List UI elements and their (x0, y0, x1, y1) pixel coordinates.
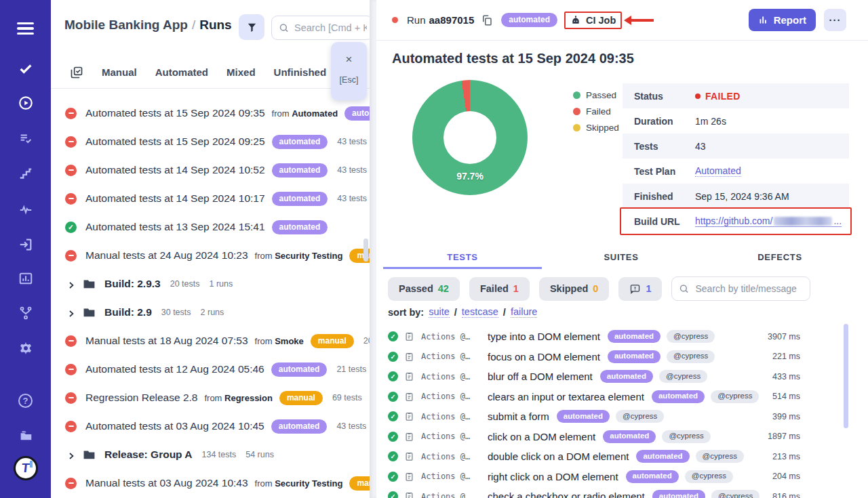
test-result-row[interactable]: Actions @… focus on a DOM element automa… (388, 347, 800, 367)
group-title[interactable]: Build: 2.9 (104, 306, 152, 318)
run-list-item[interactable]: Automated tests at 12 Aug 2024 05:46 aut… (51, 355, 370, 383)
report-button[interactable]: Report (749, 9, 816, 31)
test-result-row[interactable]: Actions @… double click on a DOM element… (388, 447, 800, 467)
test-title[interactable]: focus on a DOM element (488, 351, 600, 362)
run-list-item[interactable]: Manual tests at 03 Aug 2024 10:43 from S… (51, 469, 370, 497)
group-title[interactable]: Release: Group A (104, 449, 193, 461)
tab-automated[interactable]: Automated (155, 66, 208, 78)
sidebar-item-projects[interactable] (0, 425, 51, 445)
run-list-item[interactable]: Build: 2.9.3 20 tests 1 runs (51, 270, 370, 298)
run-title[interactable]: Manual tests at 03 Aug 2024 10:43 (85, 477, 248, 489)
run-list-item[interactable]: Manual tests at 24 Aug 2024 10:23 from S… (51, 241, 370, 270)
menu-button[interactable] (0, 18, 51, 39)
ci-job-button-annotated[interactable]: CI Job (564, 12, 622, 29)
tab-suites[interactable]: SUITES (542, 248, 701, 269)
test-result-row[interactable]: Actions @… right click on a DOM element … (388, 467, 800, 487)
filter-skipped-chip[interactable]: Skipped0 (539, 277, 609, 301)
run-from-plan: from Smoke (255, 336, 304, 346)
more-actions-button[interactable]: ··· (824, 9, 846, 31)
chevron-right-icon[interactable] (67, 280, 75, 288)
clipboard-icon (404, 432, 414, 442)
sidebar-item-settings[interactable] (0, 338, 51, 358)
run-failed-dot (392, 17, 398, 23)
test-result-row[interactable]: Actions @… submit a form automated @cypr… (388, 407, 800, 427)
tab-defects[interactable]: DEFECTS (701, 248, 859, 269)
right-scrollbar[interactable] (844, 324, 848, 428)
breadcrumb-page: Runs (199, 18, 232, 32)
sidebar-item-activity[interactable] (0, 199, 51, 220)
run-title[interactable]: Manual tests at 24 Aug 2024 10:23 (85, 249, 248, 262)
tab-tests[interactable]: TESTS (383, 248, 542, 269)
sidebar-item-testcases[interactable] (0, 58, 51, 79)
run-title[interactable]: Regression Release 2.8 (85, 392, 197, 404)
sort-by-testcase[interactable]: testcase (462, 306, 498, 318)
filter-button[interactable] (239, 14, 264, 40)
sort-by-suite[interactable]: suite (429, 306, 450, 318)
test-duration: 221 ms (772, 352, 800, 361)
sidebar-item-test-plans[interactable] (0, 129, 51, 149)
test-plan-link[interactable]: Automated (695, 165, 741, 177)
test-result-row[interactable]: Actions @… type into a DOM element autom… (388, 327, 800, 347)
group-title[interactable]: Build: 2.9.3 (104, 278, 161, 290)
run-list-item[interactable]: Release: Group A 134 tests 54 runs (51, 440, 370, 469)
test-title[interactable]: right click on a DOM element (488, 471, 618, 482)
build-url-link[interactable]: https://github.com/... (695, 215, 842, 227)
run-list-item[interactable]: Automated tests at 03 Aug 2024 10:45 aut… (51, 412, 370, 440)
run-list-item[interactable]: Automated tests at 15 Sep 2024 09:25 aut… (51, 127, 370, 156)
chevron-right-icon[interactable] (67, 308, 75, 316)
run-list-item[interactable]: Automated tests at 14 Sep 2024 10:52 aut… (51, 156, 370, 184)
run-title[interactable]: Automated tests at 12 Aug 2024 05:46 (85, 363, 264, 375)
run-title[interactable]: Automated tests at 14 Sep 2024 10:17 (85, 192, 265, 205)
tab-mixed[interactable]: Mixed (226, 66, 256, 78)
passed-check-icon (388, 331, 398, 341)
comments-filter-chip[interactable]: 1 (618, 277, 662, 301)
tab-manual[interactable]: Manual (102, 66, 137, 78)
passed-check-icon (388, 371, 398, 381)
filter-passed-chip[interactable]: Passed42 (388, 277, 460, 301)
sidebar-item-milestones[interactable] (0, 164, 51, 184)
test-result-row[interactable]: Actions @… clears an input or textarea e… (388, 387, 800, 407)
sidebar-item-help[interactable]: ? (0, 390, 51, 411)
run-list-item[interactable]: Build: 2.9 30 tests 2 runs (51, 298, 370, 327)
run-list-item[interactable]: Manual tests at 18 Aug 2024 07:53 from S… (51, 327, 370, 355)
test-title[interactable]: type into a DOM element (488, 331, 600, 342)
filter-failed-chip[interactable]: Failed1 (469, 277, 530, 301)
test-tag-badge: @cypress (696, 450, 744, 463)
left-scrollbar[interactable] (363, 238, 368, 262)
tab-unfinished[interactable]: Unfinished (274, 66, 327, 78)
sidebar-item-runs[interactable] (0, 93, 51, 113)
test-title[interactable]: clears an input or textarea element (488, 391, 644, 402)
run-tests-count: 21 tests (336, 365, 366, 374)
run-list-item[interactable]: Automated tests at 13 Sep 2024 15:41 aut… (51, 213, 370, 241)
sign-in-icon (18, 237, 33, 252)
app-logo[interactable]: T (0, 458, 51, 478)
test-title[interactable]: double click on a DOM element (488, 451, 629, 462)
run-title[interactable]: Automated tests at 14 Sep 2024 10:52 (85, 164, 265, 176)
sidebar-item-reports[interactable] (0, 268, 51, 289)
test-result-row[interactable]: Actions @… check a checkbox or radio ele… (388, 486, 800, 498)
test-title[interactable]: click on a DOM element (488, 431, 595, 442)
run-title[interactable]: Automated tests at 15 Sep 2024 09:25 (85, 136, 265, 148)
select-all-icon[interactable] (70, 66, 83, 79)
test-title[interactable]: blur off a DOM element (488, 371, 593, 382)
sort-by-failure[interactable]: failure (511, 306, 538, 318)
legend-passed: Passed (573, 87, 619, 103)
sidebar-item-requirements[interactable] (0, 234, 51, 255)
sidebar-item-integrations[interactable] (0, 303, 51, 323)
run-title[interactable]: Automated tests at 15 Sep 2024 09:35 (85, 107, 265, 119)
tests-search-input[interactable] (671, 276, 810, 301)
test-title[interactable]: check a checkbox or radio element (488, 491, 645, 498)
test-result-row[interactable]: Actions @… click on a DOM element automa… (388, 427, 800, 447)
test-title[interactable]: submit a form (488, 411, 549, 422)
run-title[interactable]: Automated tests at 03 Aug 2024 10:45 (85, 420, 264, 432)
copy-icon[interactable] (481, 14, 493, 26)
run-list-item[interactable]: Regression Release 2.8 from Regression m… (51, 383, 370, 412)
breadcrumb-project[interactable]: Mobile Banking App (64, 18, 188, 32)
test-result-row[interactable]: Actions @… blur off a DOM element automa… (388, 367, 800, 387)
run-list-item[interactable]: Automated tests at 15 Sep 2024 09:35 fro… (51, 99, 370, 127)
run-list-item[interactable]: Automated tests at 14 Sep 2024 10:17 aut… (51, 184, 370, 213)
run-title[interactable]: Manual tests at 18 Aug 2024 07:53 (85, 335, 248, 347)
chevron-right-icon[interactable] (67, 451, 75, 459)
run-title[interactable]: Automated tests at 13 Sep 2024 15:41 (85, 221, 265, 233)
close-esc-button[interactable]: × [Esc] (331, 42, 367, 100)
